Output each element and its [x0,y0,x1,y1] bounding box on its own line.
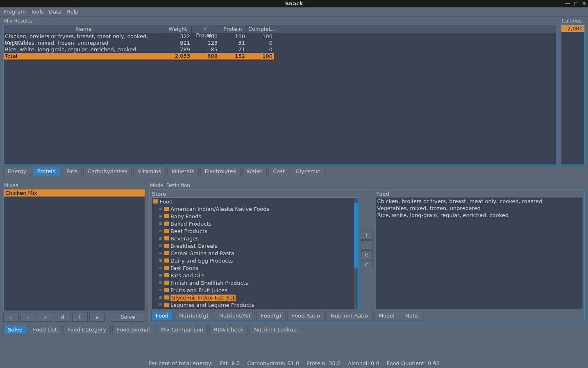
col-eprotein[interactable]: ⚡ Protein [192,25,219,33]
table-row[interactable]: Rice, white, long-grain, regular, enrich… [4,46,556,53]
store-panel[interactable]: Food⊞American Indian/Alaska Native Foods… [151,197,359,309]
mix-item[interactable]: Chicken Mix [4,190,145,197]
expander-icon[interactable]: ⊞ [159,288,162,292]
mix-remove-button[interactable]: - [20,313,36,322]
tab-nutrient-ratio[interactable]: Nutrient Ratio [326,311,372,320]
tree-item[interactable]: ⊞Dairy and Egg Products [152,257,358,264]
food-item[interactable]: Rice, white, long-grain, regular, enrich… [377,212,581,219]
tab-food-journal[interactable]: Food Journal [112,325,154,334]
mix-solve-button[interactable]: Solve [111,313,145,322]
folder-icon [164,214,169,218]
tree-item[interactable]: ⊞Beverages [152,235,358,242]
menu-help[interactable]: Help [66,9,79,15]
expander-icon[interactable]: ⊞ [159,258,162,263]
tree-item[interactable]: ⊞Fast Foods [152,264,358,272]
tab-nutrient-[interactable]: Nutrient(%) [215,311,255,320]
mix-buttons: + - r d f a Solve [3,313,145,322]
tree-item[interactable]: ⊞Glycemic Index Test Set [152,294,358,301]
tab-model[interactable]: Model [374,311,399,320]
tab-fats[interactable]: Fats [62,167,82,176]
tree-item[interactable]: ⊞Breakfast Cereals [152,242,358,249]
maximize-icon[interactable]: □ [574,0,579,7]
tab-food-ratio[interactable]: Food Ratio [287,311,325,320]
food-item[interactable]: Chicken, broilers or fryers, breast, mea… [377,198,581,205]
tab-mix-comparison[interactable]: Mix Comparison [156,325,208,334]
bottom-tabs: SolveFood ListFood CategoryFood JournalM… [3,325,585,334]
menu-program[interactable]: Program [3,9,26,15]
tab-food-category[interactable]: Food Category [63,325,111,334]
store-scrollbar[interactable] [354,198,358,309]
expander-icon[interactable]: ⊞ [159,266,162,270]
menu-data[interactable]: Data [49,9,61,15]
expander-icon[interactable]: ⊞ [159,244,162,248]
food-panel[interactable]: Chicken, broilers or fryers, breast, mea… [376,197,583,309]
tab-glycemic[interactable]: Glycemic [291,167,325,176]
minimize-icon[interactable]: — [565,0,570,7]
mix-f-button[interactable]: f [72,313,88,322]
close-icon[interactable]: ✕ [582,0,586,7]
col-protein[interactable]: Protein [219,25,247,33]
scrollbar-thumb[interactable] [354,203,358,268]
tab-cost[interactable]: Cost [268,167,289,176]
mixes-panel[interactable]: Chicken Mix [3,189,145,311]
tab-nutrient-g-[interactable]: Nutrient(g) [175,311,213,320]
col-weight[interactable]: Weight [164,25,192,33]
mix-a-button[interactable]: a [89,313,105,322]
mix-add-button[interactable]: + [3,313,19,322]
tab-food-g-[interactable]: Food(g) [257,311,286,320]
transfer-buttons: + - e c [361,190,373,309]
menu-tools[interactable]: Tools [31,9,44,15]
expander-icon[interactable]: ⊞ [159,214,162,218]
expander-icon[interactable]: ⊞ [159,222,162,226]
col-complete[interactable]: Complet... [247,25,274,33]
transfer-e-button[interactable]: e [361,250,372,259]
expander-icon[interactable]: ⊞ [159,207,162,211]
expander-icon[interactable]: ⊞ [159,236,162,240]
tree-item[interactable]: ⊞Baby Foods [152,213,358,220]
mix-d-button[interactable]: d [55,313,70,322]
tree-item[interactable]: ⊞American Indian/Alaska Native Foods [152,205,358,213]
mix-results-panel: Name Weight ⚡ Protein Protein Complet...… [3,25,557,165]
tab-food-list[interactable]: Food List [29,325,61,334]
folder-icon [164,258,169,263]
tab-minerals[interactable]: Minerals [167,167,199,176]
tab-water[interactable]: Water [242,167,267,176]
folder-icon [164,236,169,240]
tree-item[interactable]: ⊞Legumes and Legume Products [152,301,358,309]
status-items: Fat: 8.0Carbohydrate: 61.0Protein: 30.0A… [220,360,440,366]
tree-item[interactable]: ⊞Finfish and Shellfish Products [152,279,358,286]
tab-carbohydrates[interactable]: Carbohydrates [83,167,132,176]
expander-icon[interactable]: ⊞ [159,251,162,255]
tree-item[interactable]: ⊞Fats and Oils [152,272,358,279]
tab-solve[interactable]: Solve [3,325,27,334]
expander-icon[interactable]: ⊞ [159,281,162,285]
tab-energy[interactable]: Energy [3,167,31,176]
tree-item[interactable]: ⊞Baked Products [152,220,358,227]
table-row[interactable]: Chicken, broilers or fryers, breast, mea… [4,33,556,40]
expander-icon[interactable]: ⊞ [159,295,162,299]
table-row[interactable]: Vegetables, mixed, frozen, unprepared921… [4,40,556,46]
tree-item[interactable]: ⊞Beef Products [152,227,358,235]
tree-item[interactable]: ⊞Fruits and Fruit Juices [152,286,358,294]
tab-electrolytes[interactable]: Electrolytes [200,167,241,176]
tab-food[interactable]: Food [151,311,173,320]
mix-r-button[interactable]: r [38,313,53,322]
tab-note[interactable]: Note [401,311,422,320]
tab-vitamins[interactable]: Vitamins [133,167,166,176]
table-row-total[interactable]: Total2,033608152100 [4,53,556,59]
expander-icon[interactable]: ⊞ [159,273,162,277]
expander-icon[interactable]: ⊞ [159,229,162,233]
tree-item[interactable]: ⊞Cereal Grains and Pasta [152,249,358,257]
expander-icon[interactable]: ⊞ [159,303,162,307]
tab-rda-check[interactable]: RDA Check [209,325,248,334]
transfer-add-button[interactable]: + [361,231,372,240]
food-item[interactable]: Vegetables, mixed, frozen, unprepared [377,205,581,212]
tab-nutrient-lookup[interactable]: Nutrient Lookup [250,325,301,334]
tab-protein[interactable]: Protein [33,167,61,176]
tree-item[interactable]: ⊞Nut and Seed Products [152,309,358,309]
model-definition-label: Model Definition [149,182,585,189]
col-name[interactable]: Name [4,25,164,33]
tree-root[interactable]: Food [152,198,358,205]
transfer-remove-button[interactable]: - [361,240,372,249]
transfer-c-button[interactable]: c [361,260,372,269]
